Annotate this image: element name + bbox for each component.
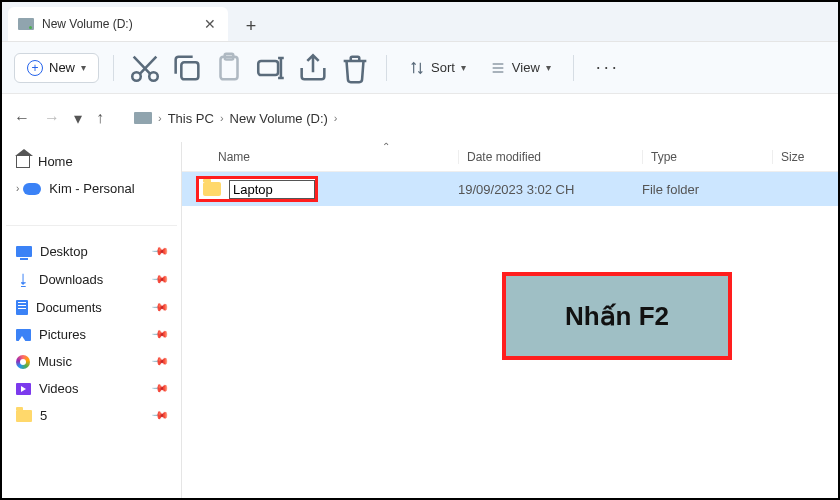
chevron-right-icon: › xyxy=(220,112,224,124)
sidebar-item-label: Pictures xyxy=(39,327,86,342)
back-button[interactable]: ← xyxy=(14,109,30,127)
sidebar-item-desktop[interactable]: Desktop 📌 xyxy=(6,238,177,265)
callout-text: Nhấn F2 xyxy=(565,301,669,332)
pin-icon: 📌 xyxy=(150,242,169,261)
video-icon xyxy=(16,383,31,395)
rename-input[interactable] xyxy=(229,180,315,199)
nav-row: ← → ▾ ↑ › This PC › New Volume (D:) › xyxy=(2,94,838,142)
rename-button[interactable] xyxy=(254,51,288,85)
annotation-callout: Nhấn F2 xyxy=(502,272,732,360)
up-button[interactable]: ↑ xyxy=(96,109,104,127)
file-date: 19/09/2023 3:02 CH xyxy=(458,182,642,197)
separator xyxy=(386,55,387,81)
sidebar-item-documents[interactable]: Documents 📌 xyxy=(6,294,177,321)
file-type: File folder xyxy=(642,182,772,197)
column-size[interactable]: Size xyxy=(772,150,838,164)
tab-strip: New Volume (D:) ✕ + xyxy=(2,2,838,42)
sidebar-item-label: 5 xyxy=(40,408,47,423)
sidebar-item-pictures[interactable]: Pictures 📌 xyxy=(6,321,177,348)
chevron-down-icon: ▾ xyxy=(461,62,466,73)
history-dropdown[interactable]: ▾ xyxy=(74,109,82,128)
delete-button[interactable] xyxy=(338,51,372,85)
sidebar-item-downloads[interactable]: ⭳ Downloads 📌 xyxy=(6,265,177,294)
sidebar-item-folder[interactable]: 5 📌 xyxy=(6,402,177,429)
more-button[interactable]: ··· xyxy=(588,57,628,78)
drive-icon xyxy=(18,18,34,30)
separator xyxy=(113,55,114,81)
column-header: ⌃ Name Date modified Type Size xyxy=(182,142,838,172)
tab-active[interactable]: New Volume (D:) ✕ xyxy=(8,7,228,41)
svg-point-1 xyxy=(149,72,158,81)
view-button[interactable]: View ▾ xyxy=(482,56,559,80)
sidebar-item-label: Desktop xyxy=(40,244,88,259)
sort-indicator-icon: ⌃ xyxy=(382,141,390,152)
paste-button[interactable] xyxy=(212,51,246,85)
chevron-down-icon: ▾ xyxy=(81,62,86,73)
sidebar: Home › Kim - Personal Desktop 📌 ⭳ Downlo… xyxy=(2,142,182,498)
new-label: New xyxy=(49,60,75,75)
pin-icon: 📌 xyxy=(150,406,169,425)
sidebar-item-label: Videos xyxy=(39,381,79,396)
svg-rect-5 xyxy=(258,60,278,74)
pin-icon: 📌 xyxy=(150,298,169,317)
separator xyxy=(573,55,574,81)
home-icon xyxy=(16,156,30,168)
sidebar-item-label: Documents xyxy=(36,300,102,315)
sort-button[interactable]: Sort ▾ xyxy=(401,56,474,80)
sidebar-item-onedrive[interactable]: › Kim - Personal xyxy=(6,175,177,202)
tab-title: New Volume (D:) xyxy=(42,17,133,31)
pin-icon: 📌 xyxy=(150,270,169,289)
cloud-icon xyxy=(23,183,41,195)
document-icon xyxy=(16,300,28,315)
view-label: View xyxy=(512,60,540,75)
sidebar-item-home[interactable]: Home xyxy=(6,148,177,175)
column-type[interactable]: Type xyxy=(642,150,772,164)
svg-point-0 xyxy=(132,72,141,81)
pin-icon: 📌 xyxy=(150,352,169,371)
folder-icon xyxy=(16,410,32,422)
file-row[interactable]: 19/09/2023 3:02 CH File folder xyxy=(182,172,838,206)
desktop-icon xyxy=(16,246,32,257)
chevron-down-icon: ▾ xyxy=(546,62,551,73)
breadcrumb-segment[interactable]: This PC xyxy=(168,111,214,126)
new-tab-button[interactable]: + xyxy=(236,11,266,41)
picture-icon xyxy=(16,329,31,341)
share-button[interactable] xyxy=(296,51,330,85)
drive-icon xyxy=(134,112,152,124)
music-icon xyxy=(16,355,30,369)
sidebar-item-label: Downloads xyxy=(39,272,103,287)
nav-arrows: ← → ▾ ↑ xyxy=(14,109,104,128)
breadcrumb-segment[interactable]: New Volume (D:) xyxy=(230,111,328,126)
new-button[interactable]: + New ▾ xyxy=(14,53,99,83)
download-icon: ⭳ xyxy=(16,271,31,288)
column-date[interactable]: Date modified xyxy=(458,150,642,164)
sidebar-item-videos[interactable]: Videos 📌 xyxy=(6,375,177,402)
sidebar-item-label: Music xyxy=(38,354,72,369)
chevron-right-icon: › xyxy=(158,112,162,124)
chevron-right-icon: › xyxy=(334,112,338,124)
toolbar: + New ▾ Sort ▾ View ▾ ··· xyxy=(2,42,838,94)
sidebar-item-label: Kim - Personal xyxy=(49,181,134,196)
copy-button[interactable] xyxy=(170,51,204,85)
svg-rect-2 xyxy=(181,62,198,79)
pin-icon: 📌 xyxy=(150,325,169,344)
plus-icon: + xyxy=(27,60,43,76)
column-name[interactable]: Name xyxy=(218,150,458,164)
cut-button[interactable] xyxy=(128,51,162,85)
pin-icon: 📌 xyxy=(150,379,169,398)
sort-label: Sort xyxy=(431,60,455,75)
folder-icon xyxy=(203,182,221,196)
sidebar-item-music[interactable]: Music 📌 xyxy=(6,348,177,375)
rename-highlight xyxy=(196,176,318,202)
chevron-right-icon: › xyxy=(16,183,19,194)
forward-button[interactable]: → xyxy=(44,109,60,127)
sidebar-item-label: Home xyxy=(38,154,73,169)
close-icon[interactable]: ✕ xyxy=(204,17,216,31)
breadcrumb[interactable]: › This PC › New Volume (D:) › xyxy=(134,111,338,126)
